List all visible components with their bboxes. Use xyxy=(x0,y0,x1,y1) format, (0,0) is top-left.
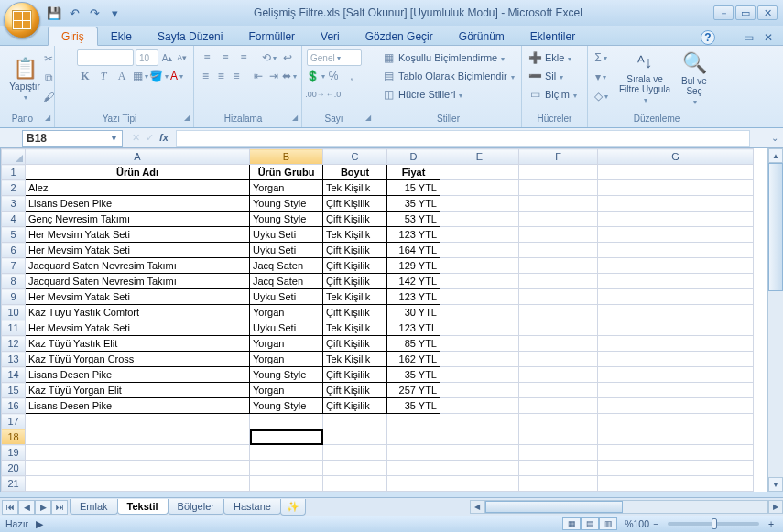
row-header[interactable]: 1 xyxy=(2,165,26,180)
scroll-right-icon[interactable]: ▶ xyxy=(768,500,783,514)
cell[interactable]: Her Mevsim Yatak Seti xyxy=(26,243,250,258)
prev-sheet-icon[interactable]: ◀ xyxy=(18,500,35,515)
cell[interactable] xyxy=(440,258,519,274)
align-right-icon[interactable]: ≡ xyxy=(230,68,244,84)
enter-formula-icon[interactable]: ✓ xyxy=(146,132,154,144)
cell[interactable] xyxy=(26,414,250,429)
align-bottom-icon[interactable]: ≡ xyxy=(235,49,252,66)
italic-button[interactable]: T xyxy=(95,68,112,84)
decrease-decimal-icon[interactable]: ←.0 xyxy=(325,86,342,103)
table-header-cell[interactable]: Ürün Grubu xyxy=(250,165,323,180)
cell[interactable] xyxy=(387,476,440,492)
conditional-formatting-button[interactable]: ▦Koşullu Biçimlendirme xyxy=(380,49,517,67)
cell[interactable] xyxy=(250,429,323,445)
accounting-format-icon[interactable]: 💲 xyxy=(307,68,323,84)
row-header[interactable]: 18 xyxy=(2,429,26,445)
cell[interactable]: 30 YTL xyxy=(387,305,440,320)
align-middle-icon[interactable]: ≡ xyxy=(217,49,234,66)
cell[interactable] xyxy=(519,212,598,227)
cell[interactable] xyxy=(323,445,387,461)
cell[interactable] xyxy=(440,398,519,414)
font-name-input[interactable] xyxy=(77,49,134,66)
cell[interactable]: 123 YTL xyxy=(387,289,440,305)
cell[interactable] xyxy=(598,336,754,352)
cell[interactable] xyxy=(440,383,519,398)
cell[interactable] xyxy=(598,258,754,274)
cell[interactable] xyxy=(440,165,519,180)
cell[interactable]: 162 YTL xyxy=(387,352,440,367)
cell[interactable]: Alez xyxy=(26,180,250,196)
vscroll-thumb[interactable] xyxy=(768,163,783,291)
cell[interactable] xyxy=(598,227,754,243)
cell[interactable] xyxy=(440,196,519,212)
maximize-button[interactable]: ▭ xyxy=(735,5,756,20)
formula-input[interactable] xyxy=(176,130,750,147)
column-header[interactable]: D xyxy=(387,149,440,165)
save-icon[interactable]: 💾 xyxy=(46,5,62,21)
cell[interactable] xyxy=(26,429,250,445)
cell-styles-button[interactable]: ◫Hücre Stilleri xyxy=(380,85,517,103)
cell[interactable] xyxy=(440,243,519,258)
cell[interactable] xyxy=(598,320,754,336)
cell[interactable]: Her Mevsim Yatak Seti xyxy=(26,320,250,336)
row-header[interactable]: 17 xyxy=(2,414,26,429)
cell[interactable] xyxy=(519,243,598,258)
row-header[interactable]: 14 xyxy=(2,367,26,383)
cell[interactable] xyxy=(519,429,598,445)
scroll-down-icon[interactable]: ▼ xyxy=(768,477,783,492)
cell[interactable] xyxy=(598,180,754,196)
mdi-minimize-button[interactable]: － xyxy=(721,30,735,45)
column-header[interactable]: C xyxy=(323,149,387,165)
cell[interactable] xyxy=(598,383,754,398)
cell[interactable] xyxy=(519,165,598,180)
cell[interactable] xyxy=(440,367,519,383)
cell[interactable] xyxy=(323,476,387,492)
cell[interactable]: Tek Kişilik xyxy=(323,180,387,196)
cell[interactable]: Çift Kişilik xyxy=(323,336,387,352)
select-all-cell[interactable] xyxy=(2,149,26,165)
autosum-icon[interactable]: Σ xyxy=(593,49,609,66)
cell[interactable] xyxy=(519,227,598,243)
cell[interactable]: Yorgan xyxy=(250,383,323,398)
cell[interactable] xyxy=(440,352,519,367)
column-header[interactable]: F xyxy=(519,149,598,165)
office-button[interactable] xyxy=(4,2,40,38)
close-button[interactable]: ✕ xyxy=(757,5,778,20)
name-box[interactable]: B18▼ xyxy=(22,130,123,147)
redo-icon[interactable]: ↷ xyxy=(86,5,103,21)
cell[interactable] xyxy=(598,289,754,305)
cell[interactable]: Yorgan xyxy=(250,305,323,320)
cell[interactable]: Çift Kişilik xyxy=(323,274,387,289)
cell[interactable]: Kaz Tüyü Yorgan Cross xyxy=(26,352,250,367)
normal-view-icon[interactable]: ▦ xyxy=(562,517,581,530)
cell[interactable] xyxy=(519,383,598,398)
new-sheet-button[interactable]: ✨ xyxy=(280,499,306,516)
comma-format-icon[interactable]: , xyxy=(343,68,360,84)
row-header[interactable]: 3 xyxy=(2,196,26,212)
align-left-icon[interactable]: ≡ xyxy=(199,68,212,84)
cell[interactable] xyxy=(26,445,250,461)
row-header[interactable]: 13 xyxy=(2,352,26,367)
cell[interactable] xyxy=(519,414,598,429)
expand-formula-bar-icon[interactable]: ⌄ xyxy=(767,133,783,143)
cell[interactable] xyxy=(598,305,754,320)
border-button[interactable]: ▦ xyxy=(132,68,148,84)
cell[interactable]: Uyku Seti xyxy=(250,289,323,305)
orientation-icon[interactable]: ⟲ xyxy=(261,49,277,66)
number-format-dropdown[interactable]: Genel xyxy=(307,49,362,66)
cell[interactable]: 257 YTL xyxy=(387,383,440,398)
cell[interactable] xyxy=(440,445,519,461)
cell[interactable] xyxy=(598,243,754,258)
worksheet-grid[interactable]: ABCDEFG1Ürün AdıÜrün GrubuBoyutFiyat2Ale… xyxy=(0,148,783,492)
cell[interactable] xyxy=(598,165,754,180)
row-header[interactable]: 9 xyxy=(2,289,26,305)
zoom-level[interactable]: %100 xyxy=(625,518,649,529)
cell[interactable]: Jacquard Saten Nevresim Takımı xyxy=(26,258,250,274)
tab-home[interactable]: Giriş xyxy=(48,27,98,46)
cell[interactable]: Çift Kişilik xyxy=(323,196,387,212)
column-header[interactable]: B xyxy=(250,149,323,165)
decrease-indent-icon[interactable]: ⇤ xyxy=(251,68,265,84)
cell[interactable]: Çift Kişilik xyxy=(323,367,387,383)
cell[interactable] xyxy=(519,336,598,352)
cell[interactable]: Çift Kişilik xyxy=(323,383,387,398)
